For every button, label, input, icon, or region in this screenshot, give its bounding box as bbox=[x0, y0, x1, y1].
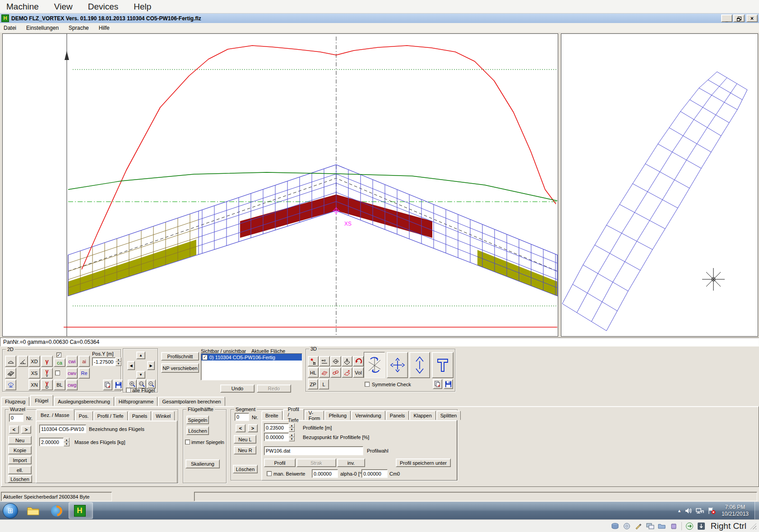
vbox-usb-icon[interactable] bbox=[670, 523, 678, 530]
taskbar-flz-button[interactable]: H bbox=[69, 502, 93, 519]
bl-button[interactable]: BL bbox=[54, 379, 65, 390]
undo-button[interactable]: Undo bbox=[220, 384, 255, 393]
vbox-shared-folder-icon[interactable] bbox=[658, 523, 666, 530]
pos-y-spinner[interactable]: ▲▼ bbox=[116, 357, 121, 366]
wurzel-next-button[interactable]: > bbox=[21, 426, 31, 434]
xs-button[interactable]: XS bbox=[28, 368, 40, 379]
segment-tab-v-form[interactable]: V-Form bbox=[305, 411, 324, 420]
vbox-hostkey-state-icon[interactable] bbox=[697, 522, 705, 530]
copy-3d-button[interactable] bbox=[433, 379, 442, 389]
skalierung-button[interactable]: Skalierung bbox=[185, 459, 220, 468]
alpha-flow-button[interactable]: α bbox=[319, 356, 330, 366]
panel-red-button[interactable] bbox=[319, 367, 330, 378]
tab-hilfsprogramme[interactable]: Hilfsprogramme bbox=[115, 397, 158, 406]
panel-lift-button[interactable] bbox=[342, 356, 352, 366]
segment-tab-profil-tiefe[interactable]: Profil / Tiefe bbox=[283, 409, 304, 420]
neu-l-button[interactable]: Neu L bbox=[234, 435, 256, 444]
surface-item-checkbox[interactable]: ✓ bbox=[202, 355, 208, 360]
wurzel-nr-input[interactable]: 0 bbox=[9, 414, 23, 422]
zp-button[interactable]: ZP bbox=[308, 379, 318, 389]
cwv-button[interactable]: cwv bbox=[66, 368, 78, 379]
minimize-button[interactable]: _ bbox=[721, 14, 732, 22]
angle-view-button[interactable] bbox=[18, 356, 28, 367]
show-desktop-button[interactable] bbox=[754, 502, 759, 519]
vm-menu-machine[interactable]: Machine bbox=[6, 2, 39, 12]
menu-sprache[interactable]: Sprache bbox=[69, 25, 89, 31]
pan-down-button[interactable]: ▼ bbox=[136, 371, 145, 379]
profilschnitt-button[interactable]: Profilschnitt bbox=[161, 352, 199, 361]
gamma-v-button[interactable]: γ v bbox=[41, 368, 53, 379]
vbox-mouse-integration-icon[interactable] bbox=[685, 522, 694, 530]
pan-left-button[interactable]: ◀ bbox=[127, 361, 135, 370]
bezugspunkt-spinner[interactable]: ▲▼ bbox=[289, 433, 295, 441]
profil-speichern-button[interactable]: Profil speichern unter bbox=[396, 458, 451, 467]
symmetrie-check-checkbox[interactable] bbox=[365, 382, 370, 387]
tab-flugzeug[interactable]: Flugzeug bbox=[1, 397, 29, 406]
pos-y-input[interactable]: -1.27500 bbox=[92, 357, 116, 366]
chain-button[interactable] bbox=[330, 367, 341, 378]
ai-button[interactable]: ai bbox=[79, 356, 90, 367]
wing-planform-button[interactable] bbox=[5, 356, 16, 367]
network-icon[interactable] bbox=[696, 507, 704, 514]
taskbar-explorer-button[interactable] bbox=[22, 503, 45, 518]
profil-file-input[interactable]: PW106.dat bbox=[264, 446, 363, 455]
wurzel-tab-bez-masse[interactable]: Bez. / Masse bbox=[36, 409, 74, 421]
wurzel-tab-panels[interactable]: Panels bbox=[128, 411, 152, 421]
panel-paint-button[interactable] bbox=[308, 356, 319, 366]
wurzel-import-button[interactable]: Import bbox=[8, 456, 32, 464]
ca-checkbox[interactable]: ✓ bbox=[56, 352, 61, 357]
hl-button[interactable]: HL bbox=[308, 367, 319, 378]
vbox-display-icon[interactable] bbox=[646, 523, 654, 530]
alle-fluegel-checkbox[interactable] bbox=[126, 388, 131, 393]
taskbar-clock[interactable]: 7:06 PM 10/21/2013 bbox=[722, 504, 749, 518]
wurzel-ell-button[interactable]: ell. bbox=[8, 466, 32, 474]
segment-tab-verwindung[interactable]: Verwindung bbox=[351, 411, 385, 420]
resize-grip[interactable] bbox=[750, 523, 756, 529]
restore-button[interactable] bbox=[733, 14, 745, 22]
neu-r-button[interactable]: Neu R bbox=[234, 446, 256, 454]
menu-datei[interactable]: Datei bbox=[4, 25, 16, 31]
bezugspunkt-input[interactable]: 0.00000 bbox=[264, 433, 289, 441]
segment-tab-klappen[interactable]: Klappen bbox=[409, 411, 435, 420]
man-beiwerte-checkbox[interactable] bbox=[267, 471, 272, 476]
cwg-button[interactable]: cwg bbox=[66, 379, 78, 390]
wurzel-tab-winkel[interactable]: Winkel bbox=[152, 411, 175, 421]
start-button[interactable]: ⊞ bbox=[3, 503, 18, 518]
re-button[interactable]: Re bbox=[79, 368, 90, 379]
save-plot-button[interactable] bbox=[114, 379, 123, 390]
cm0-input[interactable]: 0.00000 bbox=[361, 469, 388, 478]
tab-gesamtpolaren[interactable]: Gesamtpolaren berechnen bbox=[158, 397, 225, 406]
zoom-reset-button[interactable]: 1:1 bbox=[137, 379, 146, 389]
gamma-button[interactable]: γ bbox=[41, 356, 53, 367]
vol-button[interactable]: Vol bbox=[353, 367, 364, 378]
wurzel-tab-pos[interactable]: Pos. bbox=[75, 411, 93, 421]
pan-right-button[interactable]: ▶ bbox=[147, 361, 155, 370]
undo-view-button[interactable] bbox=[353, 356, 364, 366]
vbox-pen-icon[interactable] bbox=[634, 523, 643, 530]
wurzel-tab-profil-tiefe[interactable]: Profil / Tiefe bbox=[93, 411, 128, 421]
vbox-hdd-icon[interactable] bbox=[611, 523, 619, 530]
menu-einstellungen[interactable]: Einstellungen bbox=[26, 25, 59, 31]
l-button[interactable]: L bbox=[319, 379, 329, 389]
wing-3d-hatch-button[interactable] bbox=[5, 368, 16, 379]
wurzel-neu-button[interactable]: Neu bbox=[8, 436, 32, 444]
rebuild-button[interactable] bbox=[432, 352, 454, 378]
move-3d-button[interactable] bbox=[387, 352, 408, 378]
tab-fluegel[interactable]: Flügel bbox=[30, 395, 53, 406]
pan-up-button[interactable]: ▲ bbox=[136, 352, 145, 359]
tab-auslegungsberechnung[interactable]: Auslegungsberechnung bbox=[54, 397, 114, 406]
masse-input[interactable]: 2.00000 bbox=[39, 438, 64, 446]
cwi-button[interactable]: cwi bbox=[66, 356, 78, 367]
haelfte-loeschen-button[interactable]: Löschen bbox=[186, 426, 209, 435]
segment-tab-pfeilung[interactable]: Pfeilung bbox=[324, 411, 351, 420]
segment-prev-button[interactable]: < bbox=[236, 424, 245, 432]
wurzel-kopie-button[interactable]: Kopie bbox=[8, 446, 32, 454]
spiegeln-button[interactable]: Spiegeln bbox=[186, 416, 209, 424]
ca-button[interactable]: ca bbox=[54, 358, 65, 367]
rotate-3d-button[interactable] bbox=[364, 352, 385, 378]
segment-nr-input[interactable]: 0 bbox=[235, 413, 249, 421]
redo-button[interactable]: Redo bbox=[257, 384, 291, 393]
profiltiefe-spinner[interactable]: ▲▼ bbox=[289, 423, 295, 432]
bezeichnung-input[interactable]: 110304 CO5-PW10 bbox=[39, 425, 86, 433]
parachute-button[interactable] bbox=[5, 379, 16, 390]
